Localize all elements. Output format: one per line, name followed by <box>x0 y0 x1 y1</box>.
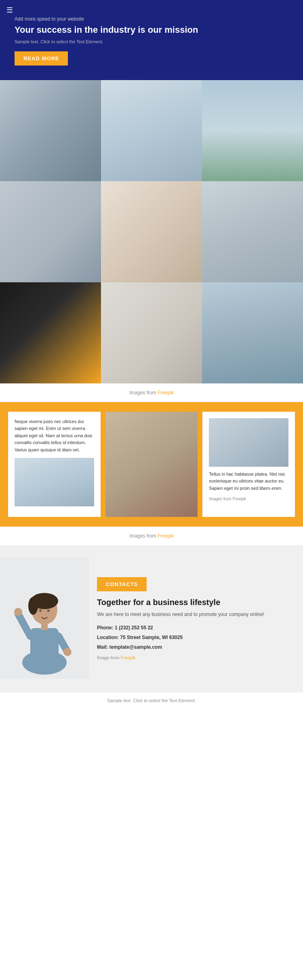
orange-card-1-image <box>15 458 94 506</box>
image-business-card <box>0 282 101 383</box>
grid1-freepik-link[interactable]: Freepik <box>158 390 174 396</box>
grid2-freepik-link[interactable]: Freepik <box>158 533 174 539</box>
contacts-location: Location: 75 Street Sample, WI 63025 <box>97 633 287 642</box>
contacts-description: We are here to meet any business need an… <box>97 611 287 618</box>
svg-rect-2 <box>30 628 59 669</box>
contacts-details: Phone: 1 (232) 252 55 22 Location: 75 St… <box>97 623 287 652</box>
grid2-freepik-credit: Images from Freepik <box>0 527 303 545</box>
image-palm-tree <box>202 80 303 181</box>
image-laptop-marketing <box>101 181 202 282</box>
grid1-cell-6 <box>202 181 303 282</box>
grid1-cell-1 <box>0 80 101 181</box>
svg-point-5 <box>28 597 38 615</box>
orange-card-2 <box>105 412 198 517</box>
grid1-cell-7 <box>0 282 101 383</box>
hero-subtitle: Add more speed to your website <box>15 16 288 22</box>
svg-point-12 <box>47 610 50 612</box>
grid1-cell-2 <box>101 80 202 181</box>
contacts-content: CONTACTS Together for a business lifesty… <box>89 557 295 680</box>
svg-point-10 <box>63 648 72 656</box>
orange-card-3-text: Tellus in hac habitasse platea. Nisl nis… <box>209 471 288 492</box>
svg-rect-6 <box>41 622 48 630</box>
orange-card-1-text: Neque viverra justo nec ultrices dui sap… <box>15 418 94 454</box>
image-person-writing <box>0 80 101 181</box>
orange-card-3-freepik: Images from Freepik <box>209 496 288 502</box>
image-city-fog <box>101 80 202 181</box>
contacts-image-area <box>0 557 89 680</box>
image-desk-lamp <box>101 282 202 383</box>
orange-card-1: Neque viverra justo nec ultrices dui sap… <box>8 412 101 517</box>
image-woman-laptop <box>105 412 198 517</box>
footer-text: Sample text. Click to select the Text El… <box>0 692 303 709</box>
woman-illustration <box>0 557 89 679</box>
grid1-cell-5 <box>101 181 202 282</box>
grid1-freepik-credit: Images from Freepik <box>0 383 303 402</box>
contacts-section: CONTACTS Together for a business lifesty… <box>0 545 303 692</box>
image-building-sky <box>202 282 303 383</box>
mail-value: template@sample.com <box>109 644 162 650</box>
mail-label: Mail: <box>97 644 108 650</box>
contacts-mail: Mail: template@sample.com <box>97 642 287 652</box>
contacts-freepik-link[interactable]: Freepik <box>121 655 136 660</box>
hamburger-menu[interactable]: ☰ <box>6 6 13 15</box>
image-city-fog-small <box>15 458 94 506</box>
contacts-button[interactable]: CONTACTS <box>97 577 147 591</box>
grid1-cell-4 <box>0 181 101 282</box>
orange-card-3: Tellus in hac habitasse platea. Nisl nis… <box>202 412 295 517</box>
grid1-cell-8 <box>101 282 202 383</box>
location-value: 75 Street Sample, WI 63025 <box>120 635 183 640</box>
image-architecture <box>0 181 101 282</box>
svg-point-11 <box>39 610 42 612</box>
grid1-cell-9 <box>202 282 303 383</box>
contacts-phone: Phone: 1 (232) 252 55 22 <box>97 623 287 633</box>
image-smartphone <box>202 181 303 282</box>
hero-description: Sample text. Click to select the Text El… <box>15 39 288 44</box>
contacts-title: Together for a business lifestyle <box>97 597 287 607</box>
image-building-glass <box>209 418 288 467</box>
photo-grid-1 <box>0 80 303 383</box>
orange-card-3-image <box>209 418 288 467</box>
hero-section: ☰ Add more speed to your website Your su… <box>0 0 303 80</box>
hero-title: Your success in the industry is our miss… <box>15 24 288 36</box>
read-more-button[interactable]: READ MORE <box>15 51 68 66</box>
phone-value: 1 (232) 252 55 22 <box>115 625 153 631</box>
orange-section: Neque viverra justo nec ultrices dui sap… <box>0 402 303 527</box>
phone-label: Phone: <box>97 625 114 631</box>
location-label: Location: <box>97 635 119 640</box>
grid1-cell-3 <box>202 80 303 181</box>
svg-point-8 <box>14 608 22 616</box>
contacts-freepik-credit: Image from Freepik <box>97 655 287 660</box>
